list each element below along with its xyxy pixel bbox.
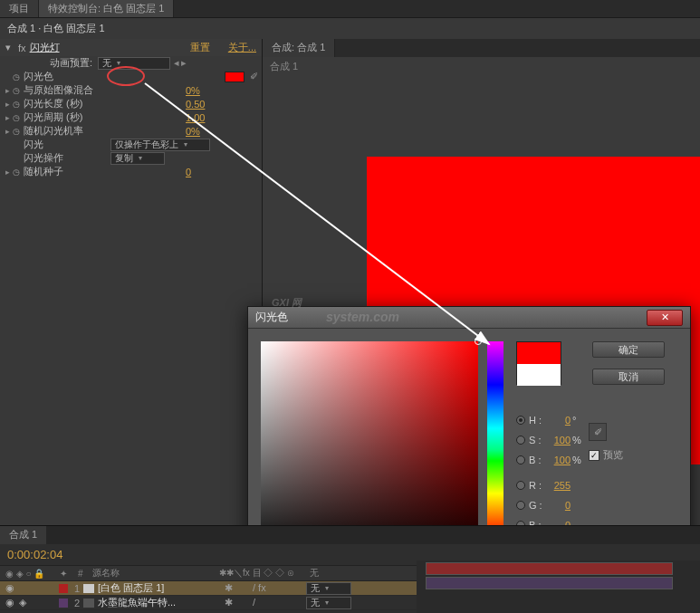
r-value[interactable]: 255 — [545, 480, 571, 491]
prop-value[interactable]: 0 — [186, 167, 258, 177]
prop-value[interactable]: 0% — [186, 85, 258, 96]
s-value[interactable]: 100 — [545, 435, 571, 445]
radio-r[interactable] — [516, 481, 525, 490]
prop-label: 闪光操作 — [24, 151, 110, 165]
stopwatch-icon[interactable]: ◷ — [13, 86, 20, 95]
preview-label: 预览 — [603, 448, 623, 462]
prop-dropdown[interactable]: 仅操作于色彩上 — [110, 139, 210, 151]
stopwatch-icon[interactable]: ◷ — [13, 127, 20, 136]
solid-icon — [83, 584, 94, 593]
tab-project[interactable]: 项目 — [0, 0, 39, 17]
twirl-icon[interactable]: ▸ — [5, 86, 10, 95]
timecode[interactable]: 0:00:02:04 — [0, 544, 70, 565]
layer-bar[interactable] — [426, 562, 673, 575]
stopwatch-icon[interactable]: ◷ — [13, 100, 20, 109]
b-value[interactable]: 100 — [545, 455, 571, 465]
prop-value[interactable]: 0% — [186, 126, 258, 137]
tab-comp[interactable]: 合成: 合成 1 — [263, 39, 335, 57]
reset-link[interactable]: 重置 — [190, 41, 210, 54]
tab-effects[interactable]: 特效控制台: 白色 固态层 1 — [39, 0, 174, 17]
col-source[interactable]: 源名称 — [87, 567, 214, 579]
prop-label: 闪光色 — [24, 70, 225, 83]
dialog-title: 闪光色 — [255, 310, 647, 325]
parent-dropdown[interactable]: 无 — [306, 582, 351, 595]
effect-name[interactable]: 闪光灯 — [30, 41, 190, 54]
audio-icon[interactable]: ◈ — [16, 597, 29, 608]
radio-g[interactable] — [516, 501, 525, 510]
prop-value[interactable]: 1.00 — [186, 112, 258, 123]
prev-preset-icon[interactable]: ◂ — [174, 57, 179, 69]
layer-name[interactable]: [白色 固态层 1] — [98, 581, 225, 595]
stopwatch-icon[interactable]: ◷ — [13, 72, 20, 81]
radio-h[interactable] — [516, 416, 525, 425]
prop-label: 闪光长度 (秒) — [24, 97, 186, 110]
prop-label: 与原始图像混合 — [24, 83, 186, 97]
ok-button[interactable]: 确定 — [592, 341, 665, 358]
twirl-icon[interactable]: ▾ — [5, 42, 14, 53]
preset-label: 动画预置: — [24, 56, 92, 70]
prop-label: 随机种子 — [24, 165, 186, 178]
prop-label: 闪光周期 (秒) — [24, 110, 186, 124]
close-button[interactable]: ✕ — [647, 310, 683, 326]
comp-name: 合成 1 — [263, 57, 700, 76]
panel-breadcrumb: 合成 1 · 白色 固态层 1 — [0, 18, 700, 39]
twirl-icon[interactable]: ▸ — [5, 100, 10, 109]
radio-s[interactable] — [516, 436, 525, 445]
hsb-rgb-inputs: H :0° S :100% B :100% R :255 G :0 B :0 — [516, 410, 581, 535]
h-value[interactable]: 0 — [545, 415, 571, 426]
eye-icon[interactable]: ◉ — [4, 582, 16, 594]
preset-dropdown[interactable]: 无 — [98, 57, 170, 70]
label-color[interactable] — [59, 599, 68, 608]
stopwatch-icon[interactable]: ◷ — [13, 168, 20, 177]
color-preview — [516, 341, 561, 385]
prop-label: 随机闪光机率 — [24, 124, 186, 138]
g-value[interactable]: 0 — [545, 500, 571, 511]
about-link[interactable]: 关于... — [228, 41, 256, 54]
eyedropper-icon[interactable]: ✐ — [250, 71, 258, 82]
timeline-tab[interactable]: 合成 1 — [0, 526, 46, 544]
parent-dropdown[interactable]: 无 — [306, 597, 351, 609]
eye-icon[interactable]: ◉ — [4, 597, 16, 608]
label-color[interactable] — [59, 584, 68, 593]
color-swatch[interactable] — [225, 72, 245, 82]
layer-name[interactable]: 水墨龍魚端午特... — [98, 596, 225, 609]
prop-label: 闪光 — [24, 138, 110, 151]
eye-col-icon: ◉ ◈ ○ 🔒 — [0, 569, 54, 579]
twirl-icon[interactable]: ▸ — [5, 127, 10, 136]
effects-panel: ▾ fx 闪光灯 重置 关于... 动画预置: 无 ◂ ▸ ◷ 闪光色 ✐ ▸◷… — [0, 39, 263, 546]
radio-b[interactable] — [516, 455, 525, 465]
next-preset-icon[interactable]: ▸ — [181, 57, 187, 69]
twirl-icon[interactable]: ▸ — [5, 168, 10, 177]
sv-handle[interactable] — [475, 338, 482, 345]
cancel-button[interactable]: 取消 — [592, 369, 665, 385]
timeline-tracks[interactable] — [417, 560, 700, 613]
prop-value[interactable]: 0.50 — [186, 99, 258, 110]
eyedropper-button[interactable]: ✐ — [589, 423, 607, 441]
prop-dropdown[interactable]: 复制 — [110, 152, 165, 165]
preview-checkbox[interactable]: ✓ — [589, 450, 599, 461]
layer-bar[interactable] — [426, 577, 673, 589]
footage-icon — [83, 599, 94, 608]
twirl-icon[interactable]: ▸ — [5, 113, 10, 122]
timeline-panel: 合成 1 0:00:02:04 ◉ ◈ ○ 🔒 ✦ # 源名称 ✱✱＼fx 目 … — [0, 525, 700, 613]
stopwatch-icon[interactable]: ◷ — [13, 113, 20, 122]
